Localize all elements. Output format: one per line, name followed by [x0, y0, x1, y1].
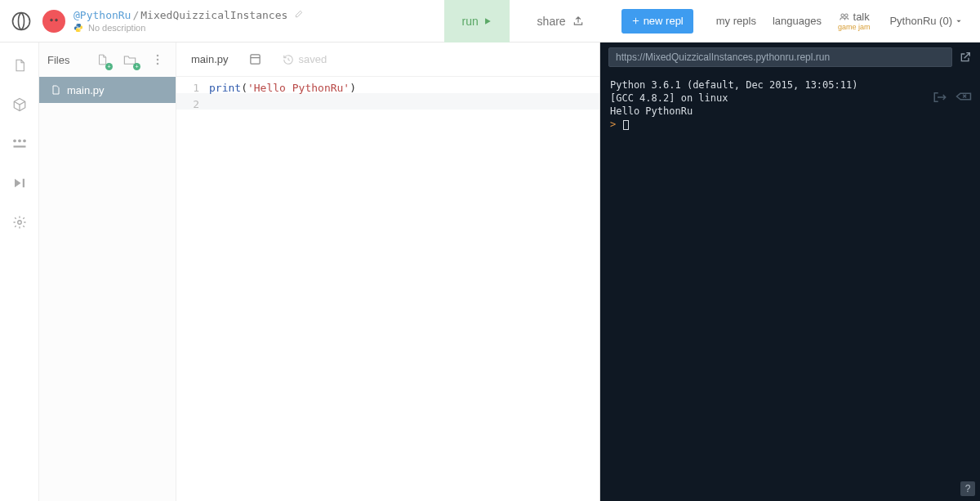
new-folder-icon[interactable]: + — [120, 50, 140, 69]
console-clear-icon[interactable] — [956, 92, 972, 105]
svg-point-16 — [157, 63, 159, 65]
svg-point-7 — [840, 14, 844, 17]
share-button[interactable]: share — [524, 0, 597, 42]
activity-debugger-icon[interactable] — [11, 175, 28, 191]
files-title: Files — [47, 54, 84, 66]
user-menu[interactable]: PythonRu (0) — [878, 15, 970, 27]
nav-languages[interactable]: languages — [764, 15, 830, 27]
saved-indicator: saved — [283, 53, 327, 65]
svg-point-6 — [79, 30, 80, 31]
project-description[interactable]: No description — [88, 23, 145, 33]
chevron-down-icon — [956, 18, 962, 25]
play-icon — [483, 17, 492, 25]
breadcrumb-separator: / — [132, 9, 139, 21]
activity-settings-icon[interactable] — [11, 214, 28, 230]
new-file-icon[interactable]: + — [92, 50, 112, 69]
svg-point-0 — [13, 12, 30, 29]
console-output[interactable]: Python 3.6.1 (default, Dec 2015, 13:05:1… — [600, 72, 980, 501]
user-avatar[interactable] — [42, 10, 65, 33]
activity-version-icon[interactable] — [11, 136, 28, 152]
breadcrumb-project[interactable]: MixedQuizzicalInstances — [140, 9, 287, 21]
terminal-cursor — [623, 120, 629, 130]
nav-my-repls[interactable]: my repls — [708, 15, 764, 27]
project-breadcrumb-area: @PythonRu / MixedQuizzicalInstances No d… — [74, 9, 444, 33]
editor-tabs: main.py saved — [176, 42, 599, 77]
line-gutter: 1 2 — [176, 77, 209, 501]
open-external-icon[interactable] — [959, 51, 972, 64]
svg-point-15 — [157, 59, 159, 61]
svg-point-4 — [56, 19, 56, 20]
editor-layout-icon[interactable] — [248, 52, 263, 67]
code-content: print('Hello PythonRu') — [209, 77, 599, 501]
svg-point-13 — [17, 221, 21, 225]
replit-logo-icon[interactable] — [10, 10, 33, 33]
console-header: https://MixedQuizzicalInstances.pythonru… — [600, 42, 980, 72]
editor-tab-main[interactable]: main.py — [191, 53, 229, 65]
files-sidebar: Files + + main.py — [39, 42, 176, 501]
activity-packages-icon[interactable] — [11, 96, 28, 113]
people-icon — [839, 12, 850, 21]
nav-talk[interactable]: talk game jam — [830, 11, 879, 31]
svg-point-11 — [23, 139, 26, 142]
editor-pane: main.py saved 1 2 print('Hello PythonRu'… — [176, 42, 600, 501]
console-exit-icon[interactable] — [933, 92, 947, 105]
breadcrumb-author[interactable]: @PythonRu — [74, 9, 131, 21]
console-url-input[interactable]: https://MixedQuizzicalInstances.pythonru… — [608, 47, 952, 67]
activity-files-icon[interactable] — [11, 57, 28, 74]
help-icon[interactable]: ? — [960, 481, 975, 496]
history-icon — [283, 54, 294, 65]
activity-bar — [0, 42, 39, 501]
svg-point-3 — [51, 19, 51, 20]
file-icon — [51, 84, 60, 96]
project-subline: No description — [74, 23, 444, 33]
file-item-main[interactable]: main.py — [39, 77, 176, 103]
svg-rect-17 — [251, 55, 260, 64]
share-icon — [572, 16, 584, 27]
svg-point-8 — [844, 14, 848, 17]
breadcrumb: @PythonRu / MixedQuizzicalInstances — [74, 9, 444, 21]
svg-point-10 — [18, 139, 21, 142]
files-header: Files + + — [39, 42, 176, 77]
edit-name-icon[interactable] — [294, 9, 303, 21]
svg-rect-12 — [13, 145, 25, 147]
svg-point-5 — [77, 25, 78, 25]
svg-point-14 — [157, 55, 159, 57]
new-repl-button[interactable]: new repl — [621, 9, 693, 34]
console-actions — [933, 92, 972, 105]
files-more-icon[interactable] — [148, 50, 167, 69]
python-icon — [74, 23, 83, 33]
talk-sublabel: game jam — [838, 23, 871, 31]
console-pane: https://MixedQuizzicalInstances.pythonru… — [600, 42, 980, 501]
code-editor[interactable]: 1 2 print('Hello PythonRu') — [176, 77, 599, 501]
top-header: @PythonRu / MixedQuizzicalInstances No d… — [0, 0, 980, 42]
plus-icon — [631, 16, 640, 25]
svg-point-9 — [13, 139, 16, 142]
file-item-label: main.py — [67, 84, 105, 96]
run-button[interactable]: run — [444, 0, 510, 42]
